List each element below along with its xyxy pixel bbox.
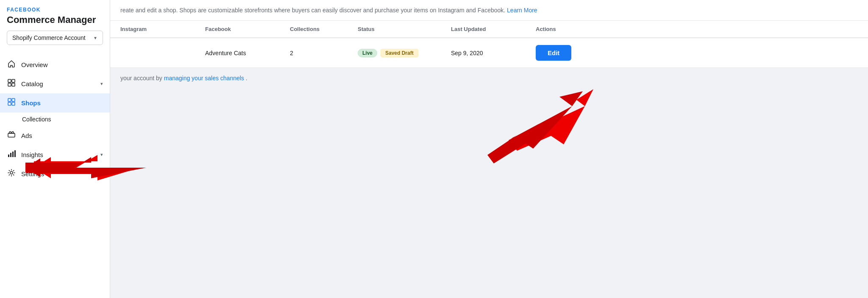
status-live-badge: Live [358,49,377,57]
sidebar: FACEBOOK Commerce Manager Shopify Commer… [0,0,110,298]
sidebar-item-collections[interactable]: Collections [0,112,110,126]
sidebar-item-ads[interactable]: Ads [0,126,110,145]
settings-icon [7,169,16,179]
cell-status: Live Saved Draft [358,49,451,57]
footer-suffix: . [246,75,248,82]
sidebar-item-ads-label: Ads [21,132,32,139]
home-icon [7,59,16,70]
managing-sales-channels-link[interactable]: managing your sales channels [164,75,244,82]
page-wrapper: FACEBOOK Commerce Manager Shopify Commer… [0,0,868,298]
svg-rect-1 [12,79,15,82]
sidebar-header: FACEBOOK Commerce Manager Shopify Commer… [0,0,110,52]
cell-facebook: Adventure Cats [205,50,290,56]
facebook-wordmark: FACEBOOK [7,7,103,13]
sidebar-item-catalog[interactable]: Catalog ▾ [0,74,110,93]
cell-last-updated: Sep 9, 2020 [451,50,536,56]
catalog-icon [7,79,16,89]
status-draft-badge: Saved Draft [381,49,418,57]
col-collections: Collections [290,26,358,32]
sidebar-item-settings-label: Settings [21,170,44,177]
footer-prefix: your account by [120,75,164,82]
main-content: reate and edit a shop. Shops are customi… [110,0,868,298]
footer-text: your account by managing your sales chan… [110,68,868,88]
svg-rect-6 [8,102,11,105]
col-last-updated: Last Updated [451,26,536,32]
account-chevron-icon: ▼ [93,36,97,40]
edit-button[interactable]: Edit [536,45,571,61]
shops-table: Instagram Facebook Collections Status La… [110,21,868,68]
catalog-chevron-icon: ▾ [100,81,103,87]
sidebar-item-insights[interactable]: Insights ▾ [0,145,110,164]
col-status: Status [358,26,451,32]
col-instagram: Instagram [120,26,205,32]
cell-actions: Edit [536,45,858,61]
learn-more-link[interactable]: Learn More [507,7,537,14]
sidebar-item-catalog-label: Catalog [21,80,43,87]
svg-rect-12 [14,150,16,157]
sidebar-item-overview-label: Overview [21,61,48,68]
col-actions: Actions [536,26,858,32]
sidebar-item-shops[interactable]: Shops [0,93,110,112]
cell-collections: 2 [290,50,358,56]
sidebar-item-settings[interactable]: Settings [0,164,110,183]
ads-icon [7,130,16,141]
svg-rect-2 [8,83,11,86]
sidebar-item-overview[interactable]: Overview [0,55,110,74]
sidebar-item-insights-label: Insights [21,151,43,158]
svg-rect-5 [12,98,15,101]
svg-rect-3 [12,83,15,86]
insights-icon [7,149,16,160]
svg-point-13 [10,171,13,174]
content-banner: reate and edit a shop. Shops are customi… [110,0,868,21]
account-selector[interactable]: Shopify Commerce Account ▼ [7,31,103,45]
app-title: Commerce Manager [7,14,103,25]
shops-icon [7,98,16,108]
col-facebook: Facebook [205,26,290,32]
svg-rect-10 [10,153,11,157]
svg-rect-7 [12,102,15,105]
sidebar-item-collections-label: Collections [22,116,51,123]
account-label: Shopify Commerce Account [12,34,86,41]
sidebar-item-shops-label: Shops [21,99,41,107]
table-row: Adventure Cats 2 Live Saved Draft Sep 9,… [110,38,868,68]
table-header: Instagram Facebook Collections Status La… [110,21,868,38]
svg-rect-9 [8,155,9,157]
banner-text: reate and edit a shop. Shops are customi… [120,7,505,14]
svg-rect-0 [8,79,11,82]
insights-chevron-icon: ▾ [100,152,103,157]
sidebar-navigation: Overview Catalog ▾ [0,52,110,187]
svg-rect-8 [8,133,15,137]
svg-rect-4 [8,98,11,101]
svg-rect-11 [12,152,14,157]
